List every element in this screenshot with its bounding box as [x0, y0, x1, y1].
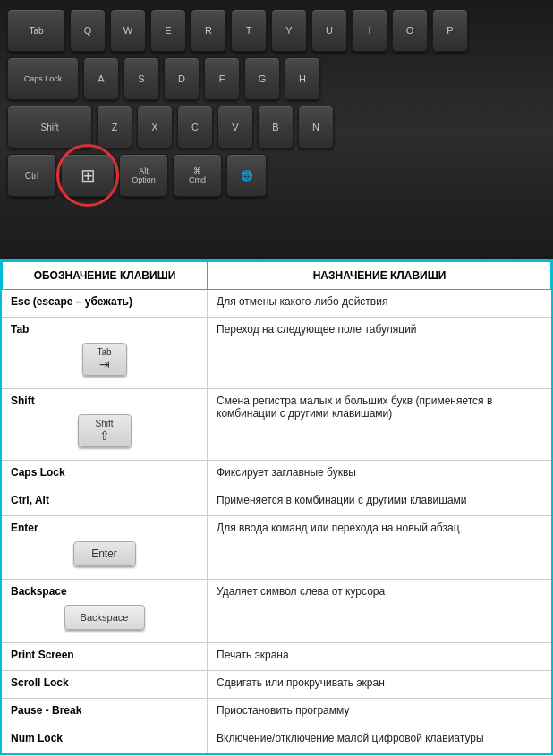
capslock-key[interactable]: Caps Lock	[7, 57, 79, 100]
s-key[interactable]: S	[123, 57, 159, 100]
header-key-name: ОБОЗНАЧЕНИЕ КЛАВИШИ	[2, 261, 208, 290]
table-row: Esc (escape – убежать) Для отмены какого…	[2, 290, 551, 318]
key-label-shift: Shift	[11, 395, 198, 407]
key-cell-pause: Pause - Break	[2, 699, 208, 726]
table-row: Backspace Backspace Удаляет символ слева…	[2, 580, 551, 643]
table-header: ОБОЗНАЧЕНИЕ КЛАВИШИ НАЗНАЧЕНИЕ КЛАВИШИ	[2, 261, 551, 290]
key-label-scrolllock: Scroll Lock	[11, 676, 198, 689]
f-key[interactable]: F	[204, 57, 240, 100]
key-cell-ctrl-alt: Ctrl, Alt	[2, 488, 208, 515]
desc-cell-ctrl-alt: Применяется в комбинации с другими клави…	[208, 488, 551, 515]
key-row-1: Tab Q W E R T Y U I O P	[7, 9, 546, 52]
desc-cell-esc: Для отмены какого-либо действия	[208, 290, 551, 317]
keyboard-reference-table: ОБОЗНАЧЕНИЕ КЛАВИШИ НАЗНАЧЕНИЕ КЛАВИШИ E…	[0, 259, 553, 755]
i-key[interactable]: I	[352, 9, 387, 52]
t-key[interactable]: T	[231, 9, 267, 52]
tab-arrow-icon: ⇥	[99, 357, 110, 371]
key-cell-enter: Enter Enter	[2, 516, 208, 579]
key-cell-esc: Esc (escape – убежать)	[2, 290, 208, 317]
desc-cell-capslock: Фиксирует заглавные буквы	[208, 461, 551, 488]
key-row-3: Shift Z X C V B N	[7, 106, 546, 149]
alt-key[interactable]: Alt Option	[119, 154, 168, 197]
r-key[interactable]: R	[191, 9, 226, 52]
enter-mini-key: Enter	[73, 541, 136, 566]
table-row: Ctrl, Alt Применяется в комбинации с дру…	[2, 488, 551, 516]
enter-key-label: Enter	[91, 548, 117, 560]
backspace-mini-key: Backspace	[64, 605, 145, 630]
q-key[interactable]: Q	[70, 9, 106, 52]
cmd-label: Cmd	[189, 175, 206, 184]
globe-icon: 🌐	[241, 170, 253, 182]
backspace-key-label: Backspace	[81, 612, 129, 623]
tab-key-visual-container: Tab ⇥	[11, 339, 198, 379]
key-label-numlock: Num Lock	[11, 732, 198, 744]
z-key[interactable]: Z	[97, 106, 132, 149]
key-label-enter: Enter	[11, 522, 198, 534]
g-key[interactable]: G	[244, 57, 280, 100]
y-key[interactable]: Y	[271, 9, 307, 52]
n-key[interactable]: N	[298, 106, 334, 149]
table-row: Num Lock Включение/отключение малой цифр…	[2, 726, 551, 753]
shift-key-top-label: Shift	[95, 419, 113, 429]
windows-logo-icon: ⊞	[81, 165, 96, 186]
p-key[interactable]: P	[432, 9, 468, 52]
key-label-capslock: Caps Lock	[11, 466, 198, 479]
desc-cell-shift: Смена регистра малых и больших букв (при…	[208, 389, 551, 460]
keyboard-background: Tab Q W E R T Y U I O P Caps Lock A S D …	[0, 0, 553, 259]
table-row: Tab Tab ⇥ Переход на следующее поле табу…	[2, 318, 551, 389]
h-key[interactable]: H	[285, 57, 320, 100]
key-cell-backspace: Backspace Backspace	[2, 580, 208, 642]
key-row-4: Ctrl ⊞ Alt Option ⌘ Cmd 🌐	[7, 154, 546, 197]
w-key[interactable]: W	[110, 9, 146, 52]
desc-cell-numlock: Включение/отключение малой цифровой клав…	[208, 726, 551, 753]
u-key[interactable]: U	[311, 9, 347, 52]
desc-cell-enter: Для ввода команд или перехода на новый а…	[208, 516, 551, 579]
key-cell-numlock: Num Lock	[2, 726, 208, 753]
key-cell-shift: Shift Shift ⇧	[2, 389, 208, 460]
key-cell-scrolllock: Scroll Lock	[2, 671, 208, 698]
shift-arrow-icon: ⇧	[99, 429, 110, 443]
cmd-key[interactable]: ⌘ Cmd	[173, 154, 222, 197]
enter-key-visual-container: Enter	[11, 538, 198, 570]
shift-mini-key: Shift ⇧	[78, 414, 132, 447]
x-key[interactable]: X	[137, 106, 173, 149]
table-row: Print Screen Печать экрана	[2, 643, 551, 671]
alt-label: Alt	[139, 166, 149, 175]
b-key[interactable]: B	[258, 106, 294, 149]
shift-key-visual-container: Shift ⇧	[11, 411, 198, 451]
key-cell-printscreen: Print Screen	[2, 643, 208, 670]
keyboard-image: Tab Q W E R T Y U I O P Caps Lock A S D …	[0, 0, 553, 259]
key-label-backspace: Backspace	[11, 585, 198, 598]
ctrl-key[interactable]: Ctrl	[7, 154, 56, 197]
desc-cell-printscreen: Печать экрана	[208, 643, 551, 670]
a-key[interactable]: A	[83, 57, 119, 100]
table-row: Caps Lock Фиксирует заглавные буквы	[2, 461, 551, 488]
d-key[interactable]: D	[164, 57, 200, 100]
table-row: Scroll Lock Сдвигать или прокручивать эк…	[2, 671, 551, 699]
cmd-symbol: ⌘	[193, 166, 201, 175]
key-label-printscreen: Print Screen	[11, 649, 198, 661]
key-cell-tab: Tab Tab ⇥	[2, 318, 208, 388]
desc-cell-backspace: Удаляет символ слева от курсора	[208, 580, 551, 642]
desc-cell-tab: Переход на следующее поле табуляций	[208, 318, 551, 388]
key-label-pause: Pause - Break	[11, 704, 198, 717]
table-row: Pause - Break Приостановить программу	[2, 699, 551, 726]
tab-key[interactable]: Tab	[7, 9, 65, 52]
tab-mini-key: Tab ⇥	[82, 343, 127, 376]
desc-cell-scrolllock: Сдвигать или прокручивать экран	[208, 671, 551, 698]
key-label-ctrl-alt: Ctrl, Alt	[11, 494, 198, 506]
windows-key[interactable]: ⊞	[61, 154, 115, 197]
e-key[interactable]: E	[150, 9, 186, 52]
v-key[interactable]: V	[217, 106, 253, 149]
c-key[interactable]: C	[177, 106, 213, 149]
backspace-key-visual-container: Backspace	[11, 601, 198, 633]
key-row-2: Caps Lock A S D F G H	[7, 57, 546, 100]
key-cell-capslock: Caps Lock	[2, 461, 208, 488]
o-key[interactable]: O	[392, 9, 428, 52]
key-label-esc: Esc (escape – убежать)	[11, 295, 198, 308]
table-row: Enter Enter Для ввода команд или переход…	[2, 516, 551, 580]
globe-key[interactable]: 🌐	[226, 154, 267, 197]
shift-key[interactable]: Shift	[7, 106, 92, 149]
option-label: Option	[132, 175, 156, 184]
tab-key-top-label: Tab	[97, 347, 111, 357]
